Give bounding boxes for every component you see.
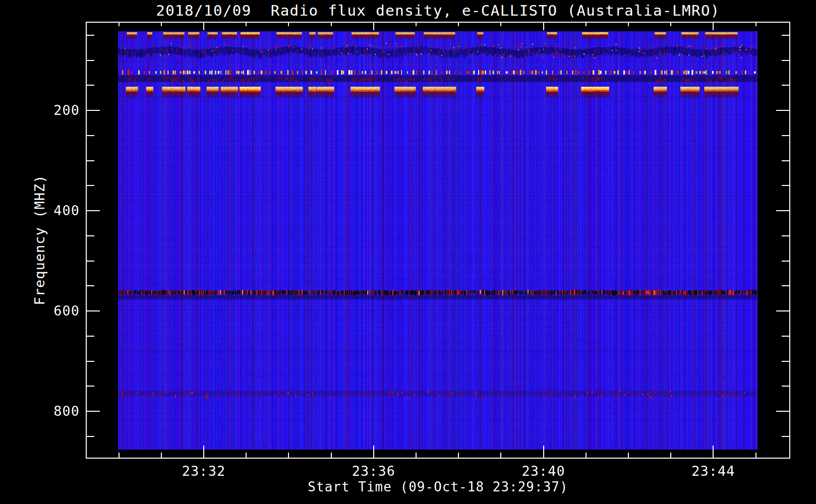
spectrogram-canvas — [118, 31, 757, 450]
spectrogram-page: 2018/10/09 Radio flux density, e-CALLIST… — [0, 0, 816, 504]
x-tick-label: 23:36 — [331, 463, 417, 479]
y-axis-label: Frequency (MHZ) — [32, 175, 47, 305]
x-tick-label: 23:32 — [161, 463, 247, 479]
y-tick-label: 800 — [32, 403, 80, 420]
y-tick-label: 200 — [32, 102, 80, 119]
chart-title: 2018/10/09 Radio flux density, e-CALLIST… — [86, 2, 790, 19]
x-tick-label: 23:44 — [670, 463, 756, 479]
x-axis-label: Start Time (09-Oct-18 23:29:37) — [86, 479, 790, 494]
x-tick-label: 23:40 — [501, 463, 587, 479]
